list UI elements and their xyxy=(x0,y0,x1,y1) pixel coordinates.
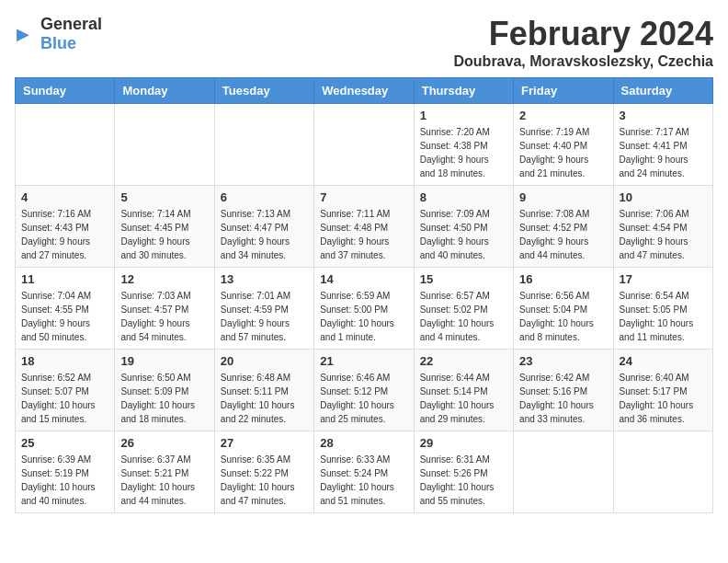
day-number: 17 xyxy=(620,272,707,286)
day-number: 6 xyxy=(221,190,308,204)
calendar-cell: 5Sunrise: 7:14 AMSunset: 4:45 PMDaylight… xyxy=(115,186,214,268)
day-header-saturday: Saturday xyxy=(613,78,712,104)
calendar-cell xyxy=(115,104,214,186)
location-title: Doubrava, Moravskoslezsky, Czechia xyxy=(454,53,714,70)
day-number: 10 xyxy=(620,190,707,204)
day-number: 5 xyxy=(120,190,208,204)
calendar-cell xyxy=(514,431,613,513)
day-info: Sunrise: 7:11 AMSunset: 4:48 PMDaylight:… xyxy=(320,207,407,262)
day-number: 12 xyxy=(120,272,208,286)
page-header: ▶ General Blue February 2024 Doubrava, M… xyxy=(15,15,713,70)
day-info: Sunrise: 6:56 AMSunset: 5:04 PMDaylight:… xyxy=(519,289,607,344)
calendar-cell: 9Sunrise: 7:08 AMSunset: 4:52 PMDaylight… xyxy=(514,186,613,268)
day-header-wednesday: Wednesday xyxy=(314,78,414,104)
calendar-week-row: 4Sunrise: 7:16 AMSunset: 4:43 PMDaylight… xyxy=(16,186,713,268)
day-number: 7 xyxy=(320,190,407,204)
day-info: Sunrise: 6:52 AMSunset: 5:07 PMDaylight:… xyxy=(21,371,108,426)
day-info: Sunrise: 6:42 AMSunset: 5:16 PMDaylight:… xyxy=(519,371,607,426)
day-header-tuesday: Tuesday xyxy=(214,78,313,104)
calendar-cell: 20Sunrise: 6:48 AMSunset: 5:11 PMDayligh… xyxy=(214,350,313,431)
day-number: 11 xyxy=(21,272,108,286)
day-header-sunday: Sunday xyxy=(16,78,115,104)
day-info: Sunrise: 6:48 AMSunset: 5:11 PMDaylight:… xyxy=(221,371,308,426)
day-info: Sunrise: 6:54 AMSunset: 5:05 PMDaylight:… xyxy=(620,289,707,344)
day-info: Sunrise: 7:16 AMSunset: 4:43 PMDaylight:… xyxy=(21,207,108,262)
day-number: 18 xyxy=(21,354,108,368)
day-number: 19 xyxy=(120,354,208,368)
day-number: 28 xyxy=(320,436,407,450)
logo: ▶ General Blue xyxy=(15,15,102,53)
day-number: 20 xyxy=(221,354,308,368)
calendar-cell: 6Sunrise: 7:13 AMSunset: 4:47 PMDaylight… xyxy=(214,186,313,268)
calendar-cell: 13Sunrise: 7:01 AMSunset: 4:59 PMDayligh… xyxy=(214,268,313,350)
calendar-cell xyxy=(613,431,712,513)
day-info: Sunrise: 6:35 AMSunset: 5:22 PMDaylight:… xyxy=(221,453,308,508)
calendar-cell: 28Sunrise: 6:33 AMSunset: 5:24 PMDayligh… xyxy=(314,431,414,513)
calendar-header-row: SundayMondayTuesdayWednesdayThursdayFrid… xyxy=(16,78,713,104)
calendar-cell: 11Sunrise: 7:04 AMSunset: 4:55 PMDayligh… xyxy=(16,268,115,350)
day-number: 16 xyxy=(519,272,607,286)
calendar-cell xyxy=(16,104,115,186)
day-number: 1 xyxy=(420,109,507,122)
day-number: 24 xyxy=(620,354,707,368)
day-info: Sunrise: 6:31 AMSunset: 5:26 PMDaylight:… xyxy=(420,453,507,508)
day-header-monday: Monday xyxy=(115,78,214,104)
day-number: 25 xyxy=(21,436,108,450)
calendar-cell: 26Sunrise: 6:37 AMSunset: 5:21 PMDayligh… xyxy=(115,431,214,513)
day-number: 3 xyxy=(620,109,707,122)
day-info: Sunrise: 7:13 AMSunset: 4:47 PMDaylight:… xyxy=(221,207,308,262)
calendar-cell: 2Sunrise: 7:19 AMSunset: 4:40 PMDaylight… xyxy=(514,104,613,186)
day-info: Sunrise: 7:09 AMSunset: 4:50 PMDaylight:… xyxy=(420,207,507,262)
day-number: 23 xyxy=(519,354,607,368)
svg-text:▶: ▶ xyxy=(17,25,29,43)
day-header-thursday: Thursday xyxy=(414,78,513,104)
logo-blue: Blue xyxy=(40,34,76,52)
calendar-table: SundayMondayTuesdayWednesdayThursdayFrid… xyxy=(15,77,713,513)
calendar-cell: 27Sunrise: 6:35 AMSunset: 5:22 PMDayligh… xyxy=(214,431,313,513)
calendar-cell: 29Sunrise: 6:31 AMSunset: 5:26 PMDayligh… xyxy=(414,431,513,513)
day-number: 13 xyxy=(221,272,308,286)
title-area: February 2024 Doubrava, Moravskoslezsky,… xyxy=(454,15,714,70)
calendar-cell: 4Sunrise: 7:16 AMSunset: 4:43 PMDaylight… xyxy=(16,186,115,268)
day-header-friday: Friday xyxy=(514,78,613,104)
day-number: 21 xyxy=(320,354,407,368)
day-info: Sunrise: 6:39 AMSunset: 5:19 PMDaylight:… xyxy=(21,453,108,508)
calendar-cell: 18Sunrise: 6:52 AMSunset: 5:07 PMDayligh… xyxy=(16,350,115,431)
day-number: 4 xyxy=(21,190,108,204)
day-info: Sunrise: 7:17 AMSunset: 4:41 PMDaylight:… xyxy=(620,125,707,180)
calendar-cell: 22Sunrise: 6:44 AMSunset: 5:14 PMDayligh… xyxy=(414,350,513,431)
calendar-cell: 19Sunrise: 6:50 AMSunset: 5:09 PMDayligh… xyxy=(115,350,214,431)
calendar-week-row: 18Sunrise: 6:52 AMSunset: 5:07 PMDayligh… xyxy=(16,350,713,431)
day-info: Sunrise: 6:59 AMSunset: 5:00 PMDaylight:… xyxy=(320,289,407,344)
calendar-cell: 7Sunrise: 7:11 AMSunset: 4:48 PMDaylight… xyxy=(314,186,414,268)
day-number: 26 xyxy=(120,436,208,450)
calendar-body: 1Sunrise: 7:20 AMSunset: 4:38 PMDaylight… xyxy=(16,104,713,513)
calendar-cell: 3Sunrise: 7:17 AMSunset: 4:41 PMDaylight… xyxy=(613,104,712,186)
calendar-cell: 12Sunrise: 7:03 AMSunset: 4:57 PMDayligh… xyxy=(115,268,214,350)
day-info: Sunrise: 7:06 AMSunset: 4:54 PMDaylight:… xyxy=(620,207,707,262)
day-info: Sunrise: 7:14 AMSunset: 4:45 PMDaylight:… xyxy=(120,207,208,262)
calendar-cell: 14Sunrise: 6:59 AMSunset: 5:00 PMDayligh… xyxy=(314,268,414,350)
calendar-cell: 10Sunrise: 7:06 AMSunset: 4:54 PMDayligh… xyxy=(613,186,712,268)
day-info: Sunrise: 7:03 AMSunset: 4:57 PMDaylight:… xyxy=(120,289,208,344)
day-number: 15 xyxy=(420,272,507,286)
calendar-cell: 15Sunrise: 6:57 AMSunset: 5:02 PMDayligh… xyxy=(414,268,513,350)
day-number: 14 xyxy=(320,272,407,286)
day-info: Sunrise: 7:04 AMSunset: 4:55 PMDaylight:… xyxy=(21,289,108,344)
calendar-cell: 21Sunrise: 6:46 AMSunset: 5:12 PMDayligh… xyxy=(314,350,414,431)
calendar-cell: 24Sunrise: 6:40 AMSunset: 5:17 PMDayligh… xyxy=(613,350,712,431)
day-info: Sunrise: 7:01 AMSunset: 4:59 PMDaylight:… xyxy=(221,289,308,344)
day-number: 27 xyxy=(221,436,308,450)
day-info: Sunrise: 6:46 AMSunset: 5:12 PMDaylight:… xyxy=(320,371,407,426)
day-info: Sunrise: 7:19 AMSunset: 4:40 PMDaylight:… xyxy=(519,125,607,180)
calendar-week-row: 11Sunrise: 7:04 AMSunset: 4:55 PMDayligh… xyxy=(16,268,713,350)
day-number: 9 xyxy=(519,190,607,204)
calendar-cell: 8Sunrise: 7:09 AMSunset: 4:50 PMDaylight… xyxy=(414,186,513,268)
month-title: February 2024 xyxy=(454,15,714,53)
calendar-cell xyxy=(314,104,414,186)
day-info: Sunrise: 6:40 AMSunset: 5:17 PMDaylight:… xyxy=(620,371,707,426)
logo-icon: ▶ xyxy=(15,23,37,45)
calendar-cell: 17Sunrise: 6:54 AMSunset: 5:05 PMDayligh… xyxy=(613,268,712,350)
calendar-week-row: 25Sunrise: 6:39 AMSunset: 5:19 PMDayligh… xyxy=(16,431,713,513)
calendar-cell: 23Sunrise: 6:42 AMSunset: 5:16 PMDayligh… xyxy=(514,350,613,431)
